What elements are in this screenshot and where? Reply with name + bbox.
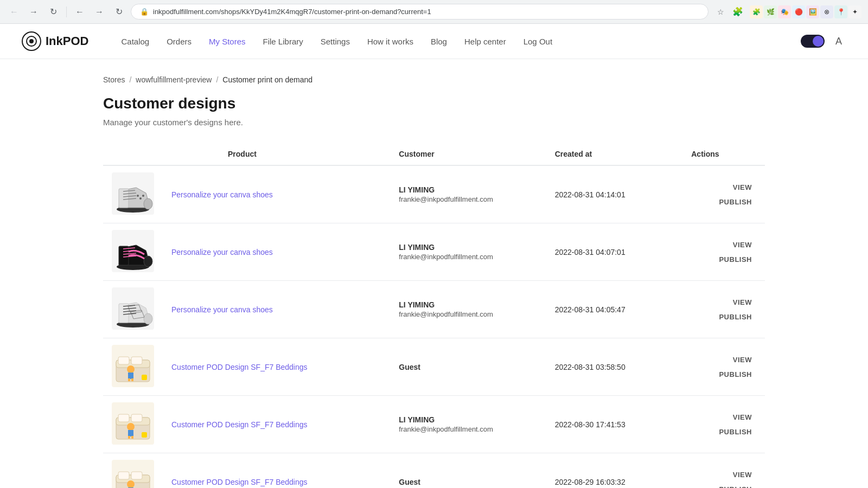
toggle-knob	[813, 36, 824, 47]
ext-icon-1[interactable]: 🧩	[750, 5, 763, 18]
history-forward-button[interactable]: →	[92, 4, 107, 20]
back-button[interactable]: ←	[7, 4, 22, 20]
ext-icon-4[interactable]: 🔴	[792, 5, 805, 18]
nav-settings[interactable]: Settings	[321, 37, 350, 46]
row-5-product-link[interactable]: Customer POD Design SF_F7 Beddings	[171, 478, 308, 486]
ext-icon-3[interactable]: 🎭	[778, 5, 791, 18]
svg-rect-38	[142, 375, 147, 380]
nav-my-stores[interactable]: My Stores	[209, 37, 246, 46]
breadcrumb-sep-1: /	[129, 75, 131, 84]
row-4-customer-email: frankie@inkpodfulfillment.com	[399, 425, 537, 433]
svg-point-34	[127, 365, 135, 373]
col-header-actions: Actions	[682, 143, 765, 165]
nav-links: Catalog Orders My Stores File Library Se…	[121, 37, 801, 46]
logo-text: InkPOD	[46, 34, 88, 48]
row-5-customer: Guest	[390, 453, 546, 489]
browser-chrome: ← → ↻ ← → ↻ 🔒 inkpodfulfillment.com/shop…	[0, 0, 868, 24]
navbar-right: A	[801, 34, 846, 49]
row-4-action-publish[interactable]: PUBLISH	[691, 426, 756, 438]
forward-button[interactable]: →	[26, 4, 41, 20]
url-bar[interactable]: 🔒 inkpodfulfillment.com/shops/KkYDy41m2K…	[131, 4, 709, 20]
ext-icon-7[interactable]: 📍	[834, 5, 847, 18]
row-4-customer: LI YIMINGfrankie@inkpodfulfillment.com	[390, 396, 546, 453]
row-3-action-view[interactable]: VIEW	[691, 354, 756, 366]
row-2-customer-email: frankie@inkpodfulfillment.com	[399, 310, 537, 318]
row-3-customer-name: Guest	[399, 363, 537, 371]
col-header-customer: Customer	[390, 143, 546, 165]
nav-orders[interactable]: Orders	[167, 37, 192, 46]
row-3-image	[103, 338, 163, 396]
row-1-customer: LI YIMINGfrankie@inkpodfulfillment.com	[390, 223, 546, 281]
row-2-action-view[interactable]: VIEW	[691, 296, 756, 309]
nav-file-library[interactable]: File Library	[263, 37, 303, 46]
row-1-image	[103, 223, 163, 281]
table-row: Customer POD Design SF_F7 BeddingsGuest2…	[103, 338, 765, 396]
page-refresh-button[interactable]: ↻	[111, 4, 126, 20]
page-title: Customer designs	[103, 95, 765, 112]
svg-point-23	[144, 313, 152, 324]
row-4-created-at: 2022-08-30 17:41:53	[546, 396, 683, 453]
nav-how-it-works[interactable]: How it works	[367, 37, 413, 46]
row-2-image	[103, 281, 163, 338]
translate-button[interactable]: A	[831, 34, 846, 49]
svg-rect-43	[131, 414, 142, 422]
svg-rect-45	[128, 430, 133, 436]
breadcrumb: Stores / wowfulfillment-preview / Custom…	[103, 75, 765, 84]
row-0-product: Personalize your canva shoes	[163, 165, 390, 223]
row-1-action-publish[interactable]: PUBLISH	[691, 253, 756, 266]
row-5-action-publish[interactable]: PUBLISH	[691, 483, 756, 489]
breadcrumb-store-name[interactable]: wowfulfillment-preview	[136, 75, 212, 84]
svg-point-44	[127, 423, 135, 431]
nav-help-center[interactable]: Help center	[464, 37, 506, 46]
row-4-actions: VIEWPUBLISH	[682, 396, 765, 453]
main-content: Stores / wowfulfillment-preview / Custom…	[81, 59, 787, 488]
table-row: Personalize your canva shoesLI YIMINGfra…	[103, 281, 765, 338]
nav-catalog[interactable]: Catalog	[121, 37, 149, 46]
row-5-action-view[interactable]: VIEW	[691, 468, 756, 481]
dark-mode-toggle[interactable]	[801, 35, 825, 48]
row-2-created-at: 2022-08-31 04:05:47	[546, 281, 683, 338]
svg-rect-53	[131, 472, 142, 479]
row-2-product-link[interactable]: Personalize your canva shoes	[171, 305, 273, 314]
svg-rect-46	[128, 436, 130, 439]
row-3-product-link[interactable]: Customer POD Design SF_F7 Beddings	[171, 363, 308, 371]
ext-icon-8[interactable]: ✦	[848, 5, 861, 18]
designs-table: Product Customer Created at Actions	[103, 143, 765, 488]
row-4-action-view[interactable]: VIEW	[691, 411, 756, 423]
svg-rect-52	[118, 472, 129, 479]
row-5-customer-name: Guest	[399, 478, 537, 486]
ext-icon-2[interactable]: 🌿	[764, 5, 777, 18]
row-4-product-link[interactable]: Customer POD Design SF_F7 Beddings	[171, 420, 308, 429]
logo-icon	[22, 31, 41, 51]
extension-puzzle[interactable]: 🧩	[730, 4, 745, 20]
history-back-button[interactable]: ←	[72, 4, 87, 20]
row-0-action-publish[interactable]: PUBLISH	[691, 196, 756, 208]
row-2-action-publish[interactable]: PUBLISH	[691, 311, 756, 323]
row-0-product-link[interactable]: Personalize your canva shoes	[171, 190, 273, 199]
table-row: Customer POD Design SF_F7 BeddingsGuest2…	[103, 453, 765, 489]
row-3-action-publish[interactable]: PUBLISH	[691, 368, 756, 381]
ext-icon-6[interactable]: ⊗	[820, 5, 833, 18]
logo[interactable]: InkPOD	[22, 31, 88, 51]
svg-point-15	[144, 256, 152, 267]
bookmark-button[interactable]: ☆	[713, 4, 728, 20]
svg-point-1	[29, 39, 34, 43]
row-0-image	[103, 165, 163, 223]
browser-toolbar: ☆ 🧩	[713, 4, 745, 20]
row-3-product: Customer POD Design SF_F7 Beddings	[163, 338, 390, 396]
nav-blog[interactable]: Blog	[431, 37, 447, 46]
row-5-created-at: 2022-08-29 16:03:32	[546, 453, 683, 489]
col-header-product: Product	[163, 143, 390, 165]
row-2-customer: LI YIMINGfrankie@inkpodfulfillment.com	[390, 281, 546, 338]
row-1-action-view[interactable]: VIEW	[691, 239, 756, 251]
row-1-customer-name: LI YIMING	[399, 243, 537, 252]
row-0-action-view[interactable]: VIEW	[691, 181, 756, 194]
navbar: InkPOD Catalog Orders My Stores File Lib…	[0, 24, 868, 59]
row-1-product-link[interactable]: Personalize your canva shoes	[171, 248, 273, 256]
refresh-button[interactable]: ↻	[46, 4, 61, 20]
ext-icon-5[interactable]: 🖼️	[806, 5, 819, 18]
breadcrumb-stores[interactable]: Stores	[103, 75, 125, 84]
nav-log-out[interactable]: Log Out	[524, 37, 552, 46]
row-0-customer-email: frankie@inkpodfulfillment.com	[399, 195, 537, 203]
row-4-customer-name: LI YIMING	[399, 415, 537, 424]
